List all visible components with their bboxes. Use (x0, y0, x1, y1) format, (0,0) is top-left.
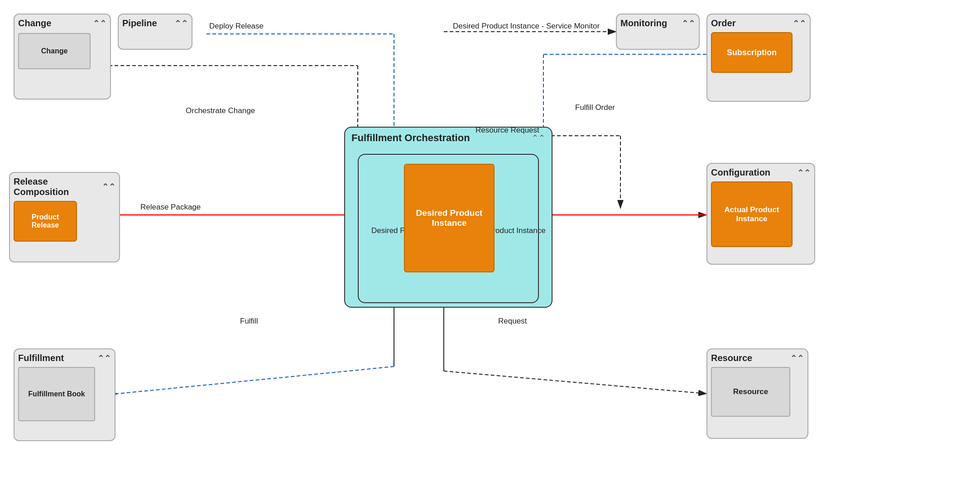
monitoring-domain-title: Monitoring ⌃⌃ (620, 18, 695, 29)
fulfill-label: Fulfill (240, 317, 258, 326)
configuration-domain-title: Configuration ⌃⌃ (711, 167, 811, 178)
release-composition-domain: Release Composition ⌃⌃ Product Release (9, 172, 120, 262)
pipeline-domain: Pipeline ⌃⌃ (118, 14, 192, 50)
fulfillment-domain: Fulfillment ⌃⌃ Fulfillment Book (14, 348, 115, 441)
resource-chevron-icon: ⌃⌃ (790, 353, 804, 363)
change-domain: Change ⌃⌃ Change (14, 14, 111, 100)
pipeline-domain-title: Pipeline ⌃⌃ (122, 18, 188, 29)
diagram-container: Change ⌃⌃ Change Pipeline ⌃⌃ Release Com… (0, 0, 980, 495)
orchestrate-change-label: Orchestrate Change (186, 106, 255, 115)
fulfillment-orchestration-area: Fulfillment Orchestration ⌃⌃ Desired Pro… (344, 127, 552, 308)
order-chevron-icon: ⌃⌃ (793, 19, 806, 29)
actual-product-instance-entity: Actual Product Instance (711, 181, 793, 247)
change-entity: Change (18, 33, 91, 69)
release-composition-chevron-icon: ⌃⌃ (102, 182, 115, 192)
fulfillment-domain-title: Fulfillment ⌃⌃ (18, 353, 111, 363)
svg-line-17 (118, 366, 394, 394)
release-package-label: Release Package (140, 203, 201, 212)
release-composition-title: Release Composition ⌃⌃ (14, 176, 115, 197)
svg-line-19 (444, 371, 706, 394)
desired-product-instance-entity: Desired Product Instance (404, 164, 495, 272)
resource-domain: Resource ⌃⌃ Resource (706, 348, 808, 439)
fo-title: Fulfillment Orchestration (351, 132, 470, 144)
pipeline-chevron-icon: ⌃⌃ (174, 19, 188, 29)
product-release-entity: Product Release (14, 201, 77, 242)
deploy-release-label: Deploy Release (209, 22, 264, 31)
monitoring-chevron-icon: ⌃⌃ (682, 19, 695, 29)
resource-entity: Resource (711, 367, 790, 417)
fulfillment-chevron-icon: ⌃⌃ (97, 353, 111, 363)
monitoring-domain: Monitoring ⌃⌃ (616, 14, 700, 50)
order-domain: Order ⌃⌃ Subscription (706, 14, 811, 102)
subscription-entity: Subscription (711, 32, 793, 73)
resource-request-label: Resource Request (476, 126, 539, 135)
request-label: Request (498, 317, 527, 326)
configuration-chevron-icon: ⌃⌃ (797, 168, 811, 178)
fulfill-order-label: Fulfill Order (575, 103, 615, 112)
resource-domain-title: Resource ⌃⌃ (711, 353, 804, 363)
fulfillment-book-entity: Fulfillment Book (18, 367, 95, 421)
configuration-domain: Configuration ⌃⌃ Actual Product Instance (706, 163, 815, 265)
order-domain-title: Order ⌃⌃ (711, 18, 806, 29)
desired-service-monitor-label: Desired Product Instance - Service Monit… (453, 22, 600, 31)
change-chevron-icon: ⌃⌃ (93, 19, 106, 29)
change-domain-title: Change ⌃⌃ (18, 18, 106, 29)
